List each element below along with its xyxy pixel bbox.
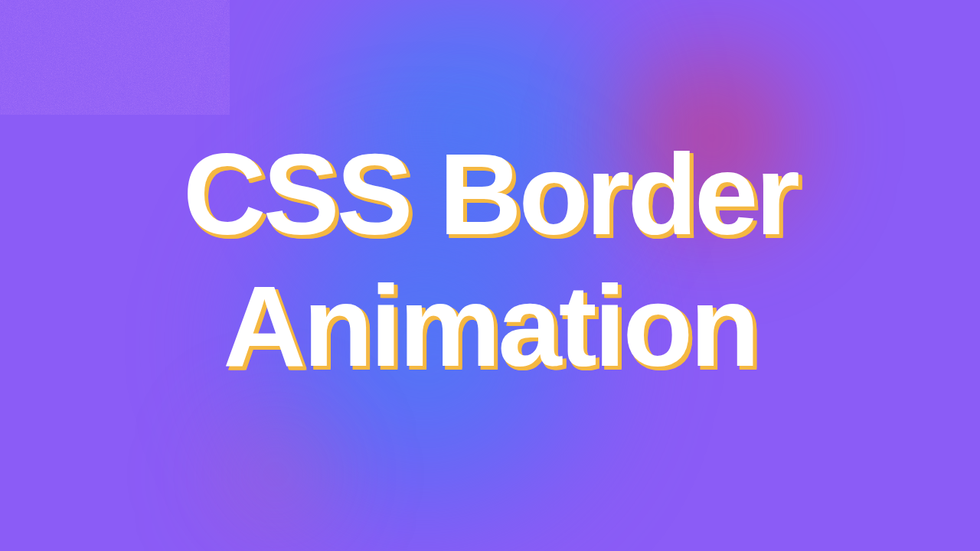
hero-title-container: CSS Border Animation — [0, 0, 980, 551]
hero-title-line1: CSS Border — [183, 130, 797, 259]
hero-title-line2: Animation — [223, 262, 756, 390]
hero-title: CSS Border Animation — [183, 129, 797, 393]
